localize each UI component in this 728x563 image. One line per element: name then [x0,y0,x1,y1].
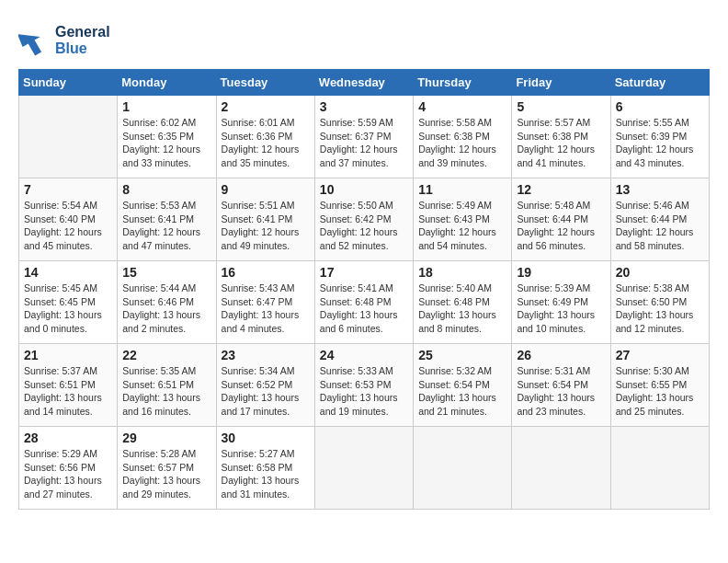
day-number: 19 [517,265,605,280]
logo-svg: GeneralBlue [18,18,110,60]
calendar-week-row: 1Sunrise: 6:02 AM Sunset: 6:35 PM Daylig… [19,96,710,178]
svg-text:Blue: Blue [55,40,87,56]
day-content: Sunrise: 5:48 AM Sunset: 6:44 PM Dayligh… [517,199,605,253]
day-number: 26 [517,348,605,362]
day-number: 1 [122,99,210,114]
day-number: 5 [517,99,605,114]
day-number: 30 [222,431,310,445]
day-number: 10 [320,182,408,197]
day-content: Sunrise: 5:33 AM Sunset: 6:53 PM Dayligh… [320,364,408,419]
day-number: 20 [616,265,704,280]
day-number: 16 [222,265,310,280]
day-number: 15 [122,265,210,280]
calendar-cell: 21Sunrise: 5:37 AM Sunset: 6:51 PM Dayli… [19,344,118,427]
day-content: Sunrise: 6:02 AM Sunset: 6:35 PM Dayligh… [122,116,210,170]
day-content: Sunrise: 5:57 AM Sunset: 6:38 PM Dayligh… [517,116,605,170]
day-number: 23 [222,348,310,362]
calendar-cell [610,427,709,510]
calendar-cell: 5Sunrise: 5:57 AM Sunset: 6:38 PM Daylig… [512,96,610,178]
day-number: 13 [616,182,704,197]
day-number: 3 [320,99,408,114]
calendar-week-row: 21Sunrise: 5:37 AM Sunset: 6:51 PM Dayli… [19,344,710,427]
day-number: 21 [24,348,112,362]
day-content: Sunrise: 5:37 AM Sunset: 6:51 PM Dayligh… [24,364,112,419]
weekday-header: Friday [512,70,610,96]
day-content: Sunrise: 5:27 AM Sunset: 6:58 PM Dayligh… [222,447,310,501]
calendar-week-row: 14Sunrise: 5:45 AM Sunset: 6:45 PM Dayli… [19,261,710,344]
calendar-cell [512,427,610,510]
svg-text:General: General [55,24,110,40]
calendar-cell: 26Sunrise: 5:31 AM Sunset: 6:54 PM Dayli… [512,344,610,427]
calendar-cell: 15Sunrise: 5:44 AM Sunset: 6:46 PM Dayli… [118,261,216,344]
day-content: Sunrise: 5:49 AM Sunset: 6:43 PM Dayligh… [418,199,506,253]
day-content: Sunrise: 5:41 AM Sunset: 6:48 PM Dayligh… [320,282,408,336]
day-number: 17 [320,265,408,280]
weekday-header: Thursday [414,70,512,96]
day-content: Sunrise: 5:39 AM Sunset: 6:49 PM Dayligh… [517,282,605,336]
calendar-cell: 11Sunrise: 5:49 AM Sunset: 6:43 PM Dayli… [414,178,512,261]
day-content: Sunrise: 5:43 AM Sunset: 6:47 PM Dayligh… [222,282,310,336]
day-content: Sunrise: 6:01 AM Sunset: 6:36 PM Dayligh… [222,116,310,170]
calendar-cell: 12Sunrise: 5:48 AM Sunset: 6:44 PM Dayli… [512,178,610,261]
calendar-cell: 30Sunrise: 5:27 AM Sunset: 6:58 PM Dayli… [216,427,314,510]
day-number: 27 [616,348,704,362]
calendar-cell [19,96,118,178]
day-content: Sunrise: 5:55 AM Sunset: 6:39 PM Dayligh… [616,116,704,170]
calendar-cell: 7Sunrise: 5:54 AM Sunset: 6:40 PM Daylig… [19,178,118,261]
calendar-cell [414,427,512,510]
calendar-cell: 25Sunrise: 5:32 AM Sunset: 6:54 PM Dayli… [414,344,512,427]
day-content: Sunrise: 5:51 AM Sunset: 6:41 PM Dayligh… [222,199,310,253]
day-number: 6 [616,99,704,114]
day-number: 4 [418,99,506,114]
day-number: 29 [122,431,210,445]
calendar-cell: 18Sunrise: 5:40 AM Sunset: 6:48 PM Dayli… [414,261,512,344]
calendar-cell: 3Sunrise: 5:59 AM Sunset: 6:37 PM Daylig… [314,96,413,178]
calendar-week-row: 7Sunrise: 5:54 AM Sunset: 6:40 PM Daylig… [19,178,710,261]
day-content: Sunrise: 5:31 AM Sunset: 6:54 PM Dayligh… [517,364,605,419]
weekday-header: Tuesday [216,70,314,96]
day-content: Sunrise: 5:46 AM Sunset: 6:44 PM Dayligh… [616,199,704,253]
calendar-cell: 8Sunrise: 5:53 AM Sunset: 6:41 PM Daylig… [118,178,216,261]
day-content: Sunrise: 5:40 AM Sunset: 6:48 PM Dayligh… [418,282,506,336]
calendar-cell: 24Sunrise: 5:33 AM Sunset: 6:53 PM Dayli… [314,344,413,427]
day-content: Sunrise: 5:38 AM Sunset: 6:50 PM Dayligh… [616,282,704,336]
calendar-cell: 14Sunrise: 5:45 AM Sunset: 6:45 PM Dayli… [19,261,118,344]
day-number: 12 [517,182,605,197]
weekday-header: Monday [118,70,216,96]
day-number: 7 [24,182,112,197]
day-content: Sunrise: 5:32 AM Sunset: 6:54 PM Dayligh… [418,364,506,419]
day-content: Sunrise: 5:45 AM Sunset: 6:45 PM Dayligh… [24,282,112,336]
day-number: 11 [418,182,506,197]
calendar-cell: 20Sunrise: 5:38 AM Sunset: 6:50 PM Dayli… [610,261,709,344]
day-content: Sunrise: 5:28 AM Sunset: 6:57 PM Dayligh… [122,447,210,501]
calendar-cell: 1Sunrise: 6:02 AM Sunset: 6:35 PM Daylig… [118,96,216,178]
calendar-cell: 28Sunrise: 5:29 AM Sunset: 6:56 PM Dayli… [19,427,118,510]
calendar-cell: 2Sunrise: 6:01 AM Sunset: 6:36 PM Daylig… [216,96,314,178]
weekday-header-row: SundayMondayTuesdayWednesdayThursdayFrid… [19,70,710,96]
day-content: Sunrise: 5:53 AM Sunset: 6:41 PM Dayligh… [122,199,210,253]
calendar-cell: 10Sunrise: 5:50 AM Sunset: 6:42 PM Dayli… [314,178,413,261]
day-number: 24 [320,348,408,362]
calendar-cell [314,427,413,510]
day-number: 9 [222,182,310,197]
calendar-cell: 16Sunrise: 5:43 AM Sunset: 6:47 PM Dayli… [216,261,314,344]
calendar-cell: 9Sunrise: 5:51 AM Sunset: 6:41 PM Daylig… [216,178,314,261]
weekday-header: Sunday [19,70,118,96]
calendar-cell: 4Sunrise: 5:58 AM Sunset: 6:38 PM Daylig… [414,96,512,178]
day-number: 14 [24,265,112,280]
svg-marker-0 [18,25,47,59]
day-content: Sunrise: 5:44 AM Sunset: 6:46 PM Dayligh… [122,282,210,336]
logo: GeneralBlue [18,18,110,60]
day-content: Sunrise: 5:50 AM Sunset: 6:42 PM Dayligh… [320,199,408,253]
calendar-cell: 19Sunrise: 5:39 AM Sunset: 6:49 PM Dayli… [512,261,610,344]
day-content: Sunrise: 5:34 AM Sunset: 6:52 PM Dayligh… [222,364,310,419]
day-number: 18 [418,265,506,280]
day-content: Sunrise: 5:35 AM Sunset: 6:51 PM Dayligh… [122,364,210,419]
weekday-header: Wednesday [314,70,413,96]
day-content: Sunrise: 5:30 AM Sunset: 6:55 PM Dayligh… [616,364,704,419]
day-number: 8 [122,182,210,197]
calendar-cell: 13Sunrise: 5:46 AM Sunset: 6:44 PM Dayli… [610,178,709,261]
calendar-table: SundayMondayTuesdayWednesdayThursdayFrid… [18,69,710,510]
calendar-cell: 22Sunrise: 5:35 AM Sunset: 6:51 PM Dayli… [118,344,216,427]
calendar-cell: 23Sunrise: 5:34 AM Sunset: 6:52 PM Dayli… [216,344,314,427]
